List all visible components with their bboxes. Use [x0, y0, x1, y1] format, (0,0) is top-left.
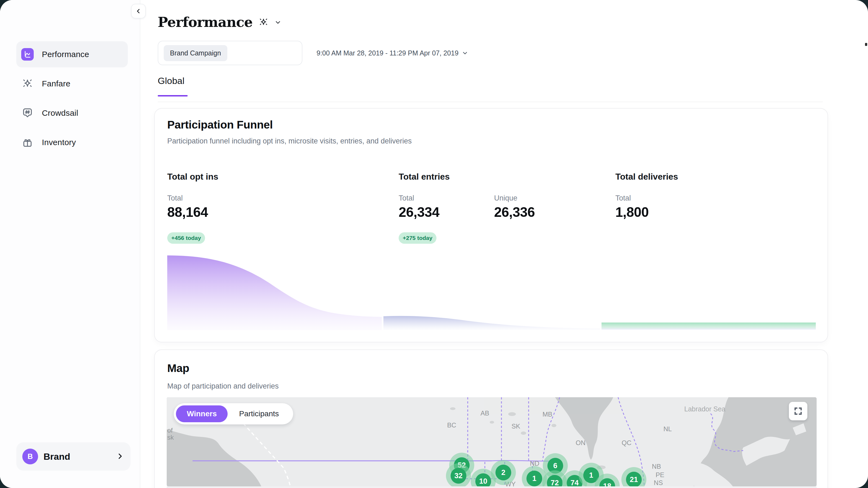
page-header: Performance: [158, 14, 281, 30]
status-badge: +275 today: [399, 232, 436, 244]
map-fullscreen-button[interactable]: [789, 402, 807, 420]
metric-title: Total deliveries: [615, 172, 678, 182]
map-region-label: NL: [663, 425, 672, 433]
sidebar-item-label: Performance: [42, 50, 89, 59]
avatar: B: [22, 449, 38, 464]
metric-title: Total opt ins: [167, 172, 218, 182]
fullscreen-icon: [793, 406, 803, 416]
account-name: Brand: [43, 451, 70, 462]
chevron-down-icon: [462, 50, 468, 56]
date-range-picker[interactable]: 9:00 AM Mar 28, 2019 - 11:29 PM Apr 07, …: [316, 41, 468, 65]
map-region-label: ND: [530, 460, 539, 467]
scrollbar-thumb[interactable]: [865, 43, 867, 46]
sidebar-collapse-button[interactable]: [131, 4, 146, 19]
map-mode-toggle: Winners Participants: [174, 403, 293, 424]
active-tab-indicator: [158, 95, 188, 96]
sidebar-item-label: Crowdsail: [42, 108, 78, 118]
map-region-label: QC: [622, 439, 631, 447]
map-viewport[interactable]: BC AB SK MB ON QC NL ND WY NB PE NS Labr…: [167, 397, 816, 486]
sidebar-item-fanfare[interactable]: Fanfare: [16, 71, 128, 97]
tab-global[interactable]: Global: [158, 75, 184, 86]
performance-chart-icon: [21, 48, 34, 61]
funnel-segment-entries: [383, 316, 600, 330]
map-region-label: PE: [656, 471, 664, 479]
stat-value: 26,336: [494, 204, 535, 220]
map-cluster-marker[interactable]: 32: [451, 468, 466, 484]
status-badge: +456 today: [167, 232, 205, 244]
toggle-participants[interactable]: Participants: [227, 410, 290, 418]
map-region-label: WY: [505, 480, 516, 486]
account-switcher[interactable]: B Brand: [16, 442, 130, 470]
map-cluster-marker[interactable]: 6: [548, 458, 563, 474]
map-cluster-marker[interactable]: 2: [495, 465, 511, 480]
toggle-winners[interactable]: Winners: [176, 405, 227, 422]
stat-value: 88,164: [167, 204, 208, 220]
chevron-down-icon[interactable]: [274, 19, 281, 26]
stat-label: Total: [167, 194, 183, 202]
stat-value: 26,334: [399, 204, 439, 220]
map-region-label: NS: [654, 479, 663, 486]
campaign-filter[interactable]: Brand Campaign: [158, 41, 302, 65]
stat-label: Unique: [494, 194, 518, 202]
sidebar-item-performance[interactable]: Performance: [16, 41, 128, 67]
map-region-label: SK: [512, 423, 520, 430]
card-title: Map: [167, 362, 189, 375]
sidebar-item-label: Inventory: [42, 138, 76, 147]
sidebar-item-inventory[interactable]: Inventory: [16, 129, 128, 155]
date-range-text: 9:00 AM Mar 28, 2019 - 11:29 PM Apr 07, …: [316, 49, 459, 57]
map-cluster-marker[interactable]: 1: [583, 467, 599, 483]
sidebar: Performance Fanfare Crowdsail: [0, 0, 140, 488]
map-region-label: MB: [542, 411, 552, 418]
map-partial-label: sk: [167, 434, 174, 441]
funnel-segment-deliveries: [601, 323, 816, 330]
map-bottom-strip: [167, 486, 816, 488]
page-title: Performance: [158, 14, 253, 30]
map-region-label: ON: [576, 439, 586, 447]
app-window: Performance Fanfare Crowdsail: [0, 0, 868, 488]
funnel-segment-optins: [167, 255, 382, 330]
sidebar-item-label: Fanfare: [42, 79, 70, 88]
divider: [158, 102, 823, 102]
map-region-label: AB: [480, 410, 489, 417]
map-region-label: BC: [447, 421, 456, 429]
stat-label: Total: [615, 194, 631, 202]
metric-title: Total entries: [399, 172, 450, 182]
card-subtitle: Participation funnel including opt ins, …: [167, 137, 412, 145]
campaign-chip[interactable]: Brand Campaign: [164, 45, 227, 61]
stat-label: Total: [399, 194, 414, 202]
hash-bubble-icon: [21, 107, 34, 119]
map-partial-label: of: [167, 427, 173, 434]
gift-icon: [21, 136, 34, 149]
funnel-area-chart: [167, 252, 817, 330]
map-cluster-marker[interactable]: 1: [526, 470, 542, 486]
card-subtitle: Map of participation and deliveries: [167, 382, 279, 390]
map-sea-label: Labrador Sea: [684, 405, 725, 413]
map-region-label: NB: [652, 463, 661, 470]
map-card: Map Map of participation and deliveries: [154, 350, 828, 488]
sparkle-icon: [258, 17, 269, 28]
map-cluster-marker[interactable]: 21: [626, 472, 642, 486]
sidebar-item-crowdsail[interactable]: Crowdsail: [16, 100, 128, 126]
participation-funnel-card: Participation Funnel Participation funne…: [154, 108, 828, 343]
sparkle-icon: [21, 77, 34, 90]
stat-value: 1,800: [615, 204, 649, 220]
card-title: Participation Funnel: [167, 119, 273, 131]
